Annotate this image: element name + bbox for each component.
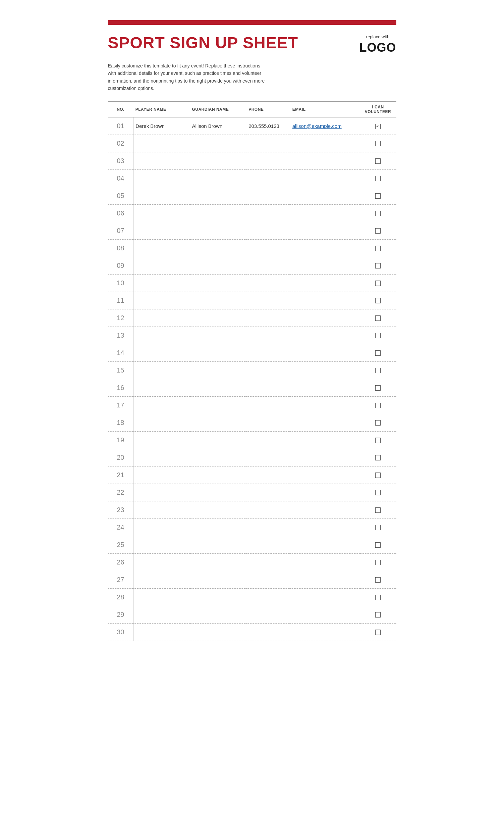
volunteer-checkbox[interactable] [375,438,381,443]
row-email[interactable] [290,571,360,588]
row-phone[interactable] [247,623,290,641]
row-phone[interactable] [247,152,290,170]
row-phone[interactable] [247,239,290,257]
row-player-name[interactable] [133,222,190,239]
row-guardian-name[interactable] [190,484,247,501]
row-guardian-name[interactable] [190,519,247,536]
row-guardian-name[interactable] [190,606,247,623]
row-guardian-name[interactable] [190,536,247,554]
row-guardian-name[interactable] [190,170,247,187]
row-player-name[interactable] [133,292,190,309]
volunteer-checkbox[interactable] [375,420,381,425]
volunteer-checkbox[interactable] [375,473,381,478]
row-player-name[interactable] [133,204,190,222]
row-email[interactable]: allison@example.com [290,117,360,135]
row-guardian-name[interactable]: Allison Brown [190,117,247,135]
row-email[interactable] [290,396,360,414]
row-player-name[interactable] [133,449,190,466]
row-guardian-name[interactable] [190,571,247,588]
row-email[interactable] [290,309,360,327]
row-phone[interactable] [247,274,290,292]
volunteer-checkbox[interactable] [375,158,381,164]
row-player-name[interactable] [133,466,190,484]
row-guardian-name[interactable] [190,292,247,309]
row-player-name[interactable] [133,588,190,606]
row-player-name[interactable] [133,274,190,292]
row-player-name[interactable] [133,152,190,170]
row-guardian-name[interactable] [190,396,247,414]
volunteer-checkbox[interactable] [375,490,381,495]
volunteer-checkbox[interactable] [375,228,381,233]
row-phone[interactable] [247,414,290,431]
row-email[interactable] [290,414,360,431]
row-player-name[interactable] [133,379,190,396]
row-player-name[interactable] [133,536,190,554]
volunteer-checkbox[interactable] [375,176,381,181]
email-link[interactable]: allison@example.com [292,123,342,129]
volunteer-checkbox[interactable] [375,560,381,565]
row-player-name[interactable] [133,257,190,274]
row-phone[interactable] [247,571,290,588]
row-player-name[interactable] [133,135,190,152]
row-player-name[interactable] [133,571,190,588]
row-guardian-name[interactable] [190,554,247,571]
volunteer-checkbox[interactable] [375,193,381,199]
row-email[interactable] [290,222,360,239]
row-phone[interactable] [247,327,290,344]
row-phone[interactable] [247,135,290,152]
row-guardian-name[interactable] [190,257,247,274]
volunteer-checkbox[interactable] [375,246,381,251]
row-player-name[interactable] [133,431,190,449]
row-guardian-name[interactable] [190,135,247,152]
volunteer-checkbox[interactable] [375,263,381,268]
row-guardian-name[interactable] [190,187,247,204]
row-email[interactable] [290,292,360,309]
row-email[interactable] [290,362,360,379]
row-guardian-name[interactable] [190,152,247,170]
row-guardian-name[interactable] [190,327,247,344]
row-phone[interactable] [247,554,290,571]
row-phone[interactable] [247,466,290,484]
row-email[interactable] [290,484,360,501]
row-guardian-name[interactable] [190,274,247,292]
volunteer-checkbox[interactable] [375,211,381,216]
row-email[interactable] [290,344,360,362]
row-phone[interactable] [247,449,290,466]
row-phone[interactable] [247,187,290,204]
row-email[interactable] [290,257,360,274]
row-guardian-name[interactable] [190,309,247,327]
row-player-name[interactable] [133,606,190,623]
row-email[interactable] [290,431,360,449]
row-guardian-name[interactable] [190,466,247,484]
volunteer-checkbox[interactable] [375,385,381,391]
row-email[interactable] [290,466,360,484]
row-email[interactable] [290,239,360,257]
row-guardian-name[interactable] [190,222,247,239]
row-phone[interactable] [247,362,290,379]
row-phone[interactable] [247,379,290,396]
row-phone[interactable] [247,222,290,239]
row-email[interactable] [290,536,360,554]
volunteer-checkbox[interactable] [375,595,381,600]
row-email[interactable] [290,501,360,519]
row-player-name[interactable] [133,362,190,379]
row-email[interactable] [290,606,360,623]
row-phone[interactable] [247,257,290,274]
volunteer-checkbox[interactable] [375,124,381,129]
volunteer-checkbox[interactable] [375,298,381,303]
row-player-name[interactable] [133,187,190,204]
row-email[interactable] [290,204,360,222]
row-email[interactable] [290,274,360,292]
row-player-name[interactable] [133,170,190,187]
volunteer-checkbox[interactable] [375,350,381,356]
volunteer-checkbox[interactable] [375,315,381,321]
row-player-name[interactable] [133,519,190,536]
row-guardian-name[interactable] [190,588,247,606]
row-player-name[interactable] [133,239,190,257]
volunteer-checkbox[interactable] [375,368,381,373]
row-email[interactable] [290,623,360,641]
row-guardian-name[interactable] [190,362,247,379]
row-phone[interactable] [247,344,290,362]
row-phone[interactable] [247,170,290,187]
row-phone[interactable] [247,292,290,309]
